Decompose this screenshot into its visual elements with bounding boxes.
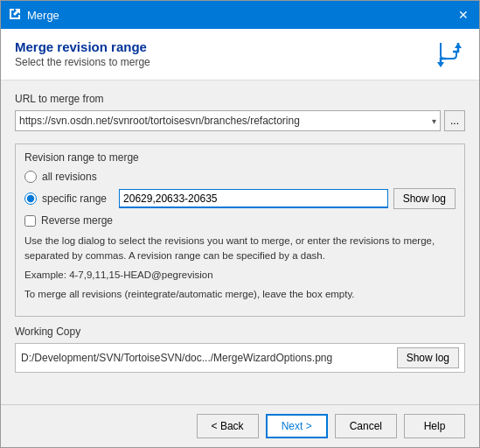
merge-window: Merge ✕ Merge revision range Select the … bbox=[0, 0, 480, 448]
specific-range-label[interactable]: specific range bbox=[42, 192, 107, 205]
sub-title: Select the revisions to merge bbox=[15, 56, 150, 68]
svg-marker-0 bbox=[455, 43, 462, 48]
example-text: Example: 4-7,9,11,15-HEAD@pegrevision bbox=[24, 270, 456, 280]
close-button[interactable]: ✕ bbox=[455, 6, 472, 24]
all-revisions-radio[interactable] bbox=[24, 171, 37, 183]
url-combo[interactable]: https://svn.osdn.net/svnroot/tortoisesvn… bbox=[15, 110, 441, 131]
window-title: Merge bbox=[27, 9, 59, 22]
footer: < Back Next > Cancel Help bbox=[1, 404, 479, 447]
wc-row: D:/Development/SVN/TortoiseSVN/doc.../Me… bbox=[15, 343, 465, 373]
wc-path: D:/Development/SVN/TortoiseSVN/doc.../Me… bbox=[21, 352, 392, 364]
header-section: Merge revision range Select the revision… bbox=[1, 29, 479, 80]
working-copy-section: Working Copy D:/Development/SVN/Tortoise… bbox=[15, 326, 465, 373]
reverse-merge-row: Reverse merge bbox=[24, 214, 456, 227]
reverse-merge-checkbox[interactable] bbox=[24, 215, 36, 227]
url-label: URL to merge from bbox=[15, 93, 465, 105]
wc-label: Working Copy bbox=[15, 326, 465, 338]
window-title-icon bbox=[8, 7, 22, 24]
header-titles: Merge revision range Select the revision… bbox=[15, 39, 150, 68]
revision-group: Revision range to merge all revisions sp… bbox=[15, 144, 465, 317]
browse-button[interactable]: ... bbox=[444, 110, 465, 131]
wc-show-log-button[interactable]: Show log bbox=[397, 347, 459, 368]
url-value: https://svn.osdn.net/svnroot/tortoisesvn… bbox=[19, 115, 300, 127]
reverse-merge-label[interactable]: Reverse merge bbox=[41, 214, 113, 227]
specific-range-radio[interactable] bbox=[24, 192, 37, 205]
cancel-button[interactable]: Cancel bbox=[335, 414, 397, 438]
all-revisions-row: all revisions bbox=[24, 171, 456, 183]
back-button[interactable]: < Back bbox=[197, 414, 259, 438]
range-input[interactable] bbox=[119, 189, 388, 208]
url-row: https://svn.osdn.net/svnroot/tortoisesvn… bbox=[15, 110, 465, 131]
merge-icon bbox=[434, 39, 465, 71]
svg-marker-1 bbox=[437, 62, 444, 67]
title-bar-left: Merge bbox=[8, 7, 59, 24]
empty-note: To merge all revisions (reintegrate/auto… bbox=[24, 287, 456, 302]
combo-arrow-icon: ▾ bbox=[432, 116, 436, 126]
title-bar: Merge ✕ bbox=[1, 1, 479, 29]
title-bar-controls: ✕ bbox=[455, 6, 472, 24]
help-button[interactable]: Help bbox=[404, 414, 465, 438]
show-log-button[interactable]: Show log bbox=[393, 188, 456, 209]
group-title: Revision range to merge bbox=[24, 151, 456, 164]
all-revisions-label[interactable]: all revisions bbox=[42, 171, 97, 183]
specific-range-row: specific range Show log bbox=[24, 188, 456, 209]
info-text: Use the log dialog to select the revisio… bbox=[24, 234, 456, 264]
content: URL to merge from https://svn.osdn.net/s… bbox=[1, 80, 479, 404]
main-title: Merge revision range bbox=[15, 39, 150, 54]
next-button[interactable]: Next > bbox=[266, 414, 328, 438]
